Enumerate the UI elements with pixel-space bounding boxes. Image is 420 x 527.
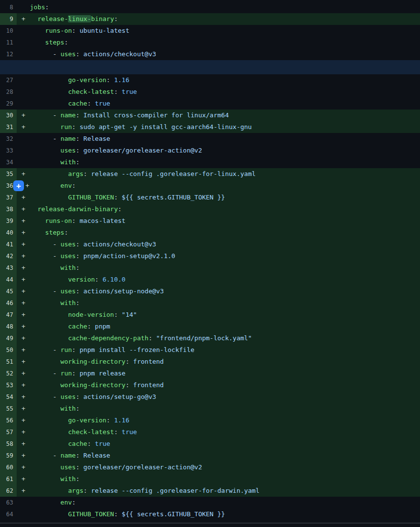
syntax-token: true [91,100,110,107]
syntax-token: name [61,452,76,459]
added-line-marker: + [17,168,30,180]
line-number[interactable]: 9 [0,13,17,25]
added-line-marker: + [17,473,30,485]
line-number[interactable]: 55 [0,403,17,415]
code-line: cache: pnpm [30,321,110,332]
line-number[interactable]: 48 [0,321,17,332]
added-line-marker: + [17,461,30,473]
syntax-token: - [30,287,61,295]
line-number[interactable]: 50 [0,344,17,356]
line-number[interactable]: 33 [0,145,17,156]
code-line: run: sudo apt-get -y install gcc-aarch64… [30,121,252,133]
line-number[interactable]: 30 [0,110,17,121]
syntax-token: goreleaser/goreleaser-action@v2 [80,147,202,154]
added-line-marker: + [17,344,30,356]
code-line: - uses: actions/setup-go@v3 [30,391,156,403]
line-number[interactable]: 59 [0,450,17,461]
line-number[interactable]: 38 [0,203,17,215]
code-line: - name: Release [30,450,110,461]
line-number[interactable]: 12 [0,48,17,60]
added-line-marker: + [17,332,30,344]
syntax-token: pnpm install --frozen-lockfile [76,346,195,353]
line-number[interactable]: 41 [0,239,17,250]
line-number[interactable]: 42 [0,250,17,262]
context-line-marker [17,497,30,508]
code-line: GITHUB_TOKEN: ${{ secrets.GITHUB_TOKEN }… [30,192,225,203]
syntax-token: Release [80,452,111,459]
syntax-token: true [118,428,137,436]
line-number[interactable]: 47 [0,309,17,321]
syntax-token: steps [30,229,64,236]
line-number[interactable]: 27 [0,74,17,86]
line-number[interactable]: 46 [0,297,17,309]
line-number[interactable]: 29 [0,98,17,110]
diff-row-added: 49+ cache-dependency-path: "frontend/pnp… [0,332,420,344]
diff-row-added: 39+ runs-on: macos-latest [0,215,420,227]
line-number[interactable]: 44 [0,274,17,285]
syntax-token: with [30,405,76,412]
syntax-token: actions/checkout@v3 [80,50,156,58]
syntax-token: env [30,499,72,506]
line-number[interactable]: 32 [0,133,17,145]
line-number[interactable]: 53 [0,379,17,391]
line-number[interactable]: 28 [0,86,17,98]
added-line-marker: + [17,297,30,309]
added-line-marker: + [17,13,30,25]
syntax-token: uses [30,463,76,471]
syntax-token: - [30,393,61,400]
syntax-token: : [76,463,80,471]
diff-row-added: 48+ cache: pnpm [0,321,420,332]
syntax-token: : [95,276,99,283]
syntax-token: with [30,475,76,483]
added-line-marker: + [17,239,30,250]
line-number[interactable]: 52 [0,368,17,379]
syntax-token: : [114,510,118,518]
line-number[interactable]: 37 [0,192,17,203]
syntax-token: - [30,135,61,142]
syntax-token: : [114,88,118,95]
syntax-token: : [76,252,80,260]
code-line: args: release --config .goreleaser-for-l… [30,168,256,180]
line-number[interactable]: 11 [0,37,17,48]
line-number[interactable]: 43 [0,262,17,274]
syntax-token: name [61,111,76,119]
add-comment-button[interactable]: + [13,180,24,191]
line-number[interactable]: 39 [0,215,17,227]
syntax-token: ubuntu-latest [76,27,130,34]
syntax-token: go-version [30,417,107,424]
syntax-token: : [76,452,80,459]
line-number[interactable]: 51 [0,356,17,368]
diff-row-added: 53+ working-directory: frontend [0,379,420,391]
line-number[interactable]: 8 [0,1,17,13]
line-number[interactable]: 61 [0,473,17,485]
syntax-token: ${{ secrets.GITHUB_TOKEN }} [118,510,225,518]
syntax-token: actions/setup-go@v3 [80,393,156,400]
line-number[interactable]: 49 [0,332,17,344]
syntax-token: jobs [30,3,45,11]
line-number[interactable]: 63 [0,497,17,508]
syntax-token: run [61,346,72,353]
line-number[interactable]: 31 [0,121,17,133]
syntax-token: uses [61,252,76,260]
line-number[interactable]: 57 [0,426,17,438]
line-number[interactable]: 62 [0,485,17,497]
added-line-marker: + [17,438,30,450]
code-line: jobs: [30,1,49,13]
line-number[interactable]: 34 [0,156,17,168]
syntax-token: uses [61,287,76,295]
syntax-token: - [30,452,61,459]
syntax-token: release-darwin-binary [30,205,118,213]
added-line-marker: + [17,215,30,227]
line-number[interactable]: 58 [0,438,17,450]
line-number[interactable]: 54 [0,391,17,403]
syntax-token: : [76,393,80,400]
line-number[interactable]: 10 [0,25,17,37]
line-number[interactable]: 64 [0,508,17,520]
line-number[interactable]: 56 [0,415,17,426]
line-number[interactable]: 35 [0,168,17,180]
expand-diff-row[interactable] [0,60,420,74]
line-number[interactable]: 40 [0,227,17,239]
line-number[interactable]: 45 [0,285,17,297]
line-number[interactable]: 60 [0,461,17,473]
diff-file-view: 8jobs:9+ release-linux-binary:10 runs-on… [0,0,420,527]
